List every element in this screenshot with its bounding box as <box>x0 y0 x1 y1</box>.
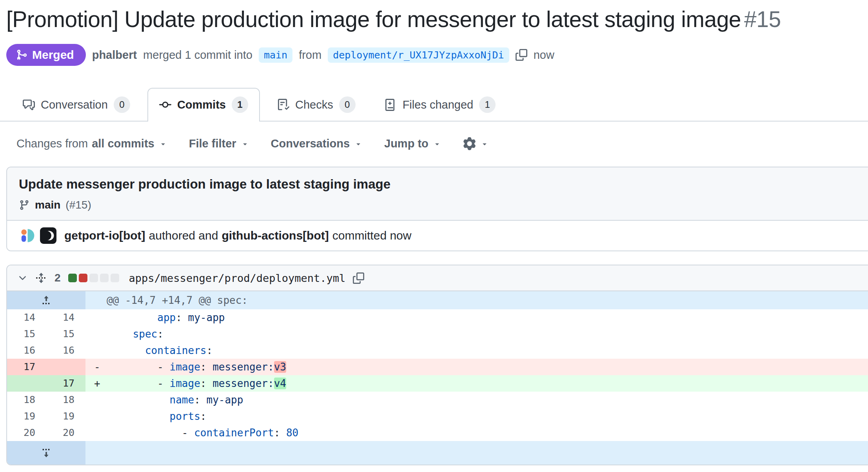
triangle-down-icon <box>481 140 488 148</box>
diff-settings-dropdown[interactable] <box>463 137 488 150</box>
code-text: app: my-app <box>108 309 868 326</box>
file-path-link[interactable]: apps/messenger/prod/deployment.yml <box>129 272 346 284</box>
old-line-number[interactable]: 16 <box>7 342 46 359</box>
pr-tab-bar: Conversation 0 Commits 1 Checks 0 Files … <box>0 88 868 122</box>
committed-text: committed now <box>332 229 412 242</box>
pr-number: #15 <box>744 7 781 32</box>
tab-files-changed[interactable]: Files changed 1 <box>373 88 508 122</box>
diff-line-deletion: 17- - image: messenger:v3 <box>7 359 868 375</box>
conversations-label: Conversations <box>271 137 350 150</box>
expand-up-button[interactable] <box>7 291 85 309</box>
diff-line-context: 2020 - containerPort: 80 <box>7 425 868 441</box>
tab-counter: 0 <box>339 96 356 113</box>
expand-all-button[interactable] <box>35 272 47 284</box>
old-line-number[interactable]: 19 <box>7 408 46 425</box>
merge-time: now <box>534 49 554 62</box>
diff-file-header: 2 apps/messenger/prod/deployment.yml <box>7 265 868 291</box>
code-text: containers: <box>108 342 868 359</box>
new-line-number[interactable]: 20 <box>46 425 85 441</box>
new-line-number[interactable]: 15 <box>46 326 85 342</box>
commit-author-link[interactable]: getport-io[bot] <box>64 229 145 242</box>
gear-icon <box>463 137 476 150</box>
jump-to-label: Jump to <box>384 137 429 150</box>
tab-label: Checks <box>295 98 333 111</box>
changes-from-label: Changes from <box>16 137 88 150</box>
pr-author-link[interactable]: phalbert <box>92 49 137 62</box>
github-actions-bot-avatar[interactable] <box>40 227 56 244</box>
commit-branch-ref[interactable]: (#15) <box>65 199 91 211</box>
merged-status-label: Merged <box>32 48 74 62</box>
pr-meta-row: Merged phalbert merged 1 commit into mai… <box>6 44 862 66</box>
commit-attribution: getport-io[bot] authored and github-acti… <box>64 229 411 242</box>
diff-line-context: 1818 name: my-app <box>7 392 868 408</box>
copy-icon <box>353 272 364 284</box>
diff-line-addition: 17+ - image: messenger:v4 <box>7 375 868 392</box>
head-branch-label[interactable]: deployment/r_UX17JYzpAxxoNjDi <box>328 47 509 63</box>
tab-checks[interactable]: Checks 0 <box>265 88 367 122</box>
new-line-number[interactable]: 18 <box>46 392 85 408</box>
diff-file-card: 2 apps/messenger/prod/deployment.yml @@ … <box>6 265 868 465</box>
expand-down-button[interactable] <box>7 441 85 465</box>
tab-counter: 0 <box>114 96 130 113</box>
diff-marker <box>85 425 108 441</box>
base-branch-label[interactable]: main <box>259 47 292 63</box>
from-text: from <box>299 49 321 62</box>
new-line-number[interactable]: 19 <box>46 408 85 425</box>
checklist-icon <box>277 99 289 111</box>
commit-message: Update messenger production image to lat… <box>19 177 859 192</box>
pr-title-text: [Promotion] Update production image for … <box>6 7 741 32</box>
diff-line-context: 1515 spec: <box>7 326 868 342</box>
tab-counter: 1 <box>232 96 248 113</box>
old-line-number[interactable]: 14 <box>7 309 46 326</box>
chevron-down-icon <box>17 273 28 283</box>
tab-commits[interactable]: Commits 1 <box>147 88 260 122</box>
new-line-number[interactable]: 17 <box>46 375 85 392</box>
old-line-number[interactable]: 20 <box>7 425 46 441</box>
conversations-dropdown[interactable]: Conversations <box>271 137 362 150</box>
triangle-down-icon <box>354 140 362 148</box>
old-line-number[interactable]: 18 <box>7 392 46 408</box>
code-text: - image: messenger:v4 <box>108 375 868 392</box>
github-actions-logo-icon <box>40 227 56 244</box>
old-line-number[interactable]: 15 <box>7 326 46 342</box>
file-filter-dropdown[interactable]: File filter <box>189 137 249 150</box>
diff-marker <box>85 408 108 425</box>
code-text: spec: <box>108 326 868 342</box>
changes-from-dropdown[interactable]: Changes from all commits <box>16 137 167 150</box>
fold-up-icon <box>40 294 52 306</box>
git-commit-icon <box>159 99 171 111</box>
commit-header: Update messenger production image to lat… <box>7 167 868 220</box>
code-text: ports: <box>108 408 868 425</box>
tab-conversation[interactable]: Conversation 0 <box>11 88 142 122</box>
diffstat-neutral-block <box>89 274 98 282</box>
copy-icon <box>516 49 527 61</box>
diffstat-deletion-block <box>79 274 87 282</box>
diff-marker: - <box>85 359 108 375</box>
git-branch-icon <box>19 200 30 211</box>
new-line-number[interactable] <box>46 359 85 375</box>
getport-bot-avatar[interactable] <box>19 227 35 244</box>
hunk-header-text: @@ -14,7 +14,7 @@ spec: <box>85 291 868 309</box>
old-line-number[interactable] <box>7 375 46 392</box>
tab-counter: 1 <box>479 96 496 113</box>
copy-branch-button[interactable] <box>516 49 527 61</box>
expand-down-fill <box>85 441 868 465</box>
diff-line-context: 1616 containers: <box>7 342 868 359</box>
new-line-number[interactable]: 16 <box>46 342 85 359</box>
commit-branch-row: main (#15) <box>19 199 859 211</box>
triangle-down-icon <box>159 140 167 148</box>
collapse-file-button[interactable] <box>17 273 28 283</box>
copy-file-path-button[interactable] <box>353 272 364 284</box>
tab-label: Commits <box>177 98 226 111</box>
code-text: name: my-app <box>108 392 868 408</box>
commit-summary-card: Update messenger production image to lat… <box>6 167 868 251</box>
diffstat-addition-block <box>68 274 77 282</box>
changed-lines-count: 2 <box>54 272 61 284</box>
diff-marker <box>85 309 108 326</box>
commit-committer-link[interactable]: github-actions[bot] <box>222 229 329 242</box>
diff-line-context: 1414 app: my-app <box>7 309 868 326</box>
jump-to-dropdown[interactable]: Jump to <box>384 137 441 150</box>
new-line-number[interactable]: 14 <box>46 309 85 326</box>
code-text: - image: messenger:v3 <box>108 359 868 375</box>
old-line-number[interactable]: 17 <box>7 359 46 375</box>
